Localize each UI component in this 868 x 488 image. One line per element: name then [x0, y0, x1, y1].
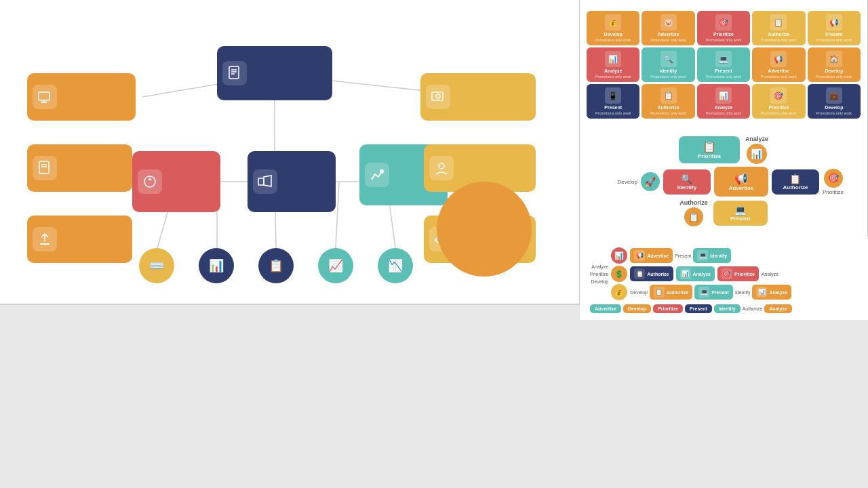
bl-grid: 💰 Develop Promotions only work 🐷 Adverti…: [587, 11, 861, 119]
bl-node-develop3: 💼 Develop Promotions only work: [808, 84, 861, 119]
bc-analyze-circle: 📊: [747, 144, 767, 164]
bc-authorize-label: Authorize: [783, 184, 808, 190]
bl-present3-icon: 📱: [605, 87, 621, 104]
bl-present3-label: Present: [604, 105, 622, 110]
br-authorize-label-node: Authorize: [647, 272, 669, 277]
bl-authorize2-icon: 📋: [660, 87, 677, 104]
bc-develop-label: Develop: [604, 179, 637, 185]
bl-prioritize2-label: Prioritize: [768, 105, 789, 110]
br-analyze-text2: Analyze: [762, 272, 778, 277]
br-prioritize-node: 🎯 Prioritize: [717, 266, 759, 281]
bc-prioritize2-group: 🎯 Prioritize: [823, 169, 844, 195]
bl-develop-sub: Promotions only work: [595, 38, 631, 42]
circle-identify: 📋: [258, 248, 294, 283]
bc-develop-circle: 🚀: [641, 172, 660, 191]
bl-node-prioritize2: 🎯 Prioritize Promotions only work: [752, 84, 805, 119]
br-second-row: Advertise Develop Prioritize Present Ide…: [587, 304, 861, 313]
node-prioritize: [132, 151, 220, 212]
bl-advertise-sub: Promotions only work: [650, 38, 686, 42]
br-analyze-node: 📊 Analyze: [676, 266, 715, 281]
svg-point-17: [436, 94, 440, 98]
circle-prioritize: 📉: [378, 248, 413, 283]
bl-analyze-icon: 📊: [605, 51, 621, 67]
bl-authorize-top-icon: 📋: [770, 14, 787, 30]
br-s-analyze: Analyze: [764, 304, 791, 313]
br-analyze-circle: 📊: [611, 247, 627, 264]
bottom-left-panel: 💰 Develop Promotions only work 🐷 Adverti…: [580, 0, 868, 125]
br-authorize2-icon: 📋: [654, 287, 665, 298]
bl-node-analyze2: 📊 Analyze Promotions only work: [697, 84, 750, 119]
bl-develop3-sub: Promotions only work: [816, 111, 852, 115]
bl-authorize-top-label: Authorize: [768, 32, 789, 37]
bl-identify-label: Identify: [660, 68, 677, 73]
bc-advertise-icon: 📢: [734, 172, 748, 185]
bl-node-present3: 📱 Present Promotions only work: [587, 84, 639, 119]
bl-node-identify: 🔍 Identify Promotions only work: [642, 47, 694, 82]
bl-advertise2-icon: 📢: [770, 51, 787, 67]
bl-present-top-label: Present: [825, 32, 843, 37]
bc-present-node: 💻 Present: [713, 201, 768, 226]
bl-authorize-top-sub: Promotions only work: [761, 38, 797, 42]
circle-present: 📈: [318, 248, 353, 283]
present-left-icon: [33, 227, 57, 251]
bl-develop-label: Develop: [604, 32, 623, 37]
bc-prioritize2-circle: 🎯: [824, 169, 843, 188]
bl-develop3-icon: 💼: [826, 87, 842, 104]
bc-content: 📋 Prioritize Analyze 📊 Develop 🚀 🔍 Ident…: [587, 132, 861, 230]
bl-present-top-icon: 📢: [826, 14, 842, 30]
circle-authorize: 📊: [199, 248, 234, 283]
node-advertise: [248, 151, 336, 212]
bl-advertise-icon: 🐷: [660, 14, 677, 30]
br-identify-text: Identify: [735, 290, 751, 295]
br-row3-nodes: Develop 📋 Authorize 💻 Present Identify 📊: [630, 285, 791, 300]
br-row3: 💰 Develop 📋 Authorize 💻 Present Identify: [611, 284, 858, 300]
bl-node-advertise: 🐷 Advertise Promotions only work: [642, 11, 694, 45]
bl-analyze2-label: Analyze: [715, 105, 732, 110]
br-authorize-node: 📋 Authorize: [630, 266, 673, 281]
identify-top-icon: [426, 85, 450, 109]
svg-marker-22: [148, 178, 152, 180]
svg-point-24: [380, 169, 384, 174]
svg-rect-18: [39, 161, 49, 174]
br-analyze2-label: Analyze: [769, 290, 787, 295]
bl-identify-sub: Promotions only work: [650, 75, 686, 79]
bc-advertise-node: 📢 Advertise: [714, 167, 768, 197]
br-prioritize-icon: 🎯: [722, 268, 732, 279]
bl-advertise2-label: Advertise: [768, 68, 789, 73]
develop-top-icon: [33, 85, 57, 109]
br-row1-nodes: 📢 Advertise Present 💻 Identify: [630, 248, 731, 263]
advertise-icon: [253, 169, 277, 194]
bl-advertise-label: Advertise: [658, 32, 679, 37]
br-present-text: Present: [675, 253, 691, 258]
br-present-group: Present: [675, 253, 691, 258]
bl-present3-sub: Promotions only work: [595, 111, 631, 115]
bl-prioritize2-sub: Promotions only work: [761, 111, 797, 115]
bc-analyze-text: Analyze: [745, 136, 768, 142]
bl-present2-label: Present: [715, 68, 732, 73]
br-present2-label: Present: [711, 290, 729, 295]
br-s-identify: Identify: [714, 304, 741, 313]
bl-prioritize2-icon: 🎯: [770, 87, 787, 104]
br-advertise-icon: 📢: [634, 250, 645, 261]
br-authorize2-label: Authorize: [667, 290, 688, 295]
bc-present-icon: 💻: [734, 205, 746, 216]
bc-mid-row: Develop 🚀 🔍 Identify 📢 Advertise 📋 Autho…: [604, 167, 844, 197]
svg-point-25: [439, 163, 444, 169]
br-prioritize-label: Prioritize: [590, 272, 608, 277]
bl-analyze2-sub: Promotions only work: [706, 111, 742, 115]
br-grid: Analyze Prioritize Develop 📊 📢 Advertise…: [587, 247, 861, 300]
br-s-develop: Develop: [623, 304, 651, 313]
br-analyze-node2: 📊 Analyze: [752, 285, 791, 300]
bc-authorize2-text: Authorize: [679, 199, 708, 206]
svg-line-7: [336, 182, 339, 248]
bc-authorize2-group: Authorize 📋: [679, 199, 708, 226]
bl-identify-icon: 🔍: [660, 51, 677, 67]
br-advertise-node: 📢 Advertise: [630, 248, 673, 263]
node-identify-mid: [27, 144, 132, 192]
br-right-col: 📊 📢 Advertise Present 💻 Identify: [611, 247, 858, 300]
br-authorize-node2: 📋 Authorize: [650, 285, 692, 300]
bc-top-row: 📋 Prioritize Analyze 📊: [679, 136, 768, 164]
bl-node-develop2: 🏠 Develop Promotions only work: [808, 47, 861, 82]
prioritize-icon: [138, 169, 162, 194]
bottom-right-panel: Analyze Prioritize Develop 📊 📢 Advertise…: [580, 237, 868, 320]
